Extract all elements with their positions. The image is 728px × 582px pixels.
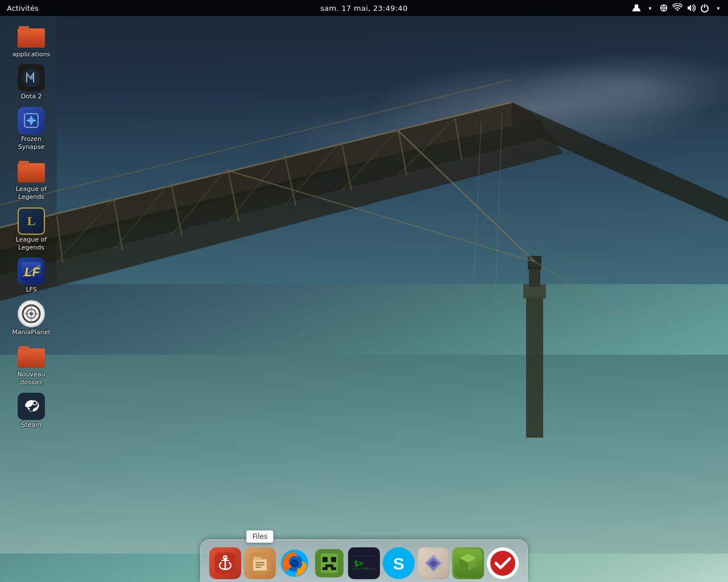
svg-rect-22 (529, 267, 540, 287)
bridge-svg (0, 0, 728, 582)
svg-rect-38 (18, 28, 45, 48)
dock-item-redcheck[interactable] (487, 547, 519, 579)
svg-rect-20 (526, 296, 543, 438)
svg-text:$>_: $>_ (354, 559, 369, 568)
power-icon[interactable] (700, 3, 710, 13)
frozen-synapse-label: Frozen Synapse (9, 135, 53, 152)
svg-rect-65 (255, 562, 264, 563)
nouveau-dossier-icon (18, 342, 45, 369)
frozen-synapse-icon (18, 107, 45, 134)
dropdown-arrow-icon[interactable]: ▾ (645, 3, 655, 13)
files-tooltip: Files (246, 530, 274, 543)
lol-folder-icon (18, 157, 45, 184)
svg-point-41 (30, 76, 33, 80)
wifi-icon[interactable] (672, 3, 682, 13)
dock-item-terminal[interactable]: $>_ (348, 547, 380, 579)
svg-rect-78 (331, 567, 336, 570)
lol-app-icon: L (18, 207, 45, 235)
steam-label: Steam (21, 421, 42, 429)
applications-label: applications (13, 51, 50, 59)
firefox-icon (279, 547, 311, 579)
dock-item-inkscape[interactable] (417, 547, 449, 579)
svg-rect-67 (255, 567, 261, 568)
svg-rect-66 (255, 564, 264, 566)
dock-item-firefox[interactable] (279, 547, 311, 579)
dock-item-minetest[interactable] (452, 547, 484, 579)
svg-rect-45 (18, 163, 45, 182)
nouveau-dossier-label: Nouveau dossier (9, 371, 53, 387)
terminal-icon: $>_ (348, 547, 380, 579)
minetest-icon (452, 547, 484, 579)
lfs-icon: LF (18, 257, 45, 285)
svg-line-26 (535, 261, 626, 318)
dock-item-anchor[interactable] (209, 547, 241, 579)
desktop (0, 0, 728, 582)
desktop-icons: applications Dota 2 Frozen Synapse (3, 20, 60, 433)
power-dropdown-icon[interactable]: ▾ (713, 3, 723, 13)
target-icon[interactable] (659, 3, 669, 13)
topbar: Activités sam. 17 mai, 23:49:40 ▾ (0, 0, 728, 16)
maniaplanet-label: ManiaPlanet (12, 329, 50, 336)
desktop-icon-frozen-synapse[interactable]: Frozen Synapse (6, 105, 57, 154)
applications-folder-icon (18, 22, 45, 49)
maniaplanet-icon (18, 300, 45, 327)
files-icon (244, 547, 276, 579)
svg-rect-76 (325, 564, 333, 567)
person-icon[interactable] (631, 3, 642, 13)
dock-item-files[interactable]: Files (244, 547, 276, 579)
svg-rect-56 (19, 346, 29, 351)
redcheck-icon (487, 547, 519, 579)
activities-button[interactable]: Activités (5, 4, 41, 13)
svg-text:S: S (393, 554, 404, 573)
dock-item-skype[interactable]: S (383, 547, 415, 579)
inkscape-icon (417, 547, 449, 579)
svg-point-71 (292, 561, 297, 566)
svg-point-94 (490, 551, 515, 576)
topbar-datetime: sam. 17 mai, 23:49:40 (320, 4, 408, 13)
dock: Files (200, 539, 528, 582)
svg-marker-27 (512, 102, 728, 222)
volume-icon[interactable] (686, 3, 696, 13)
svg-rect-46 (19, 161, 29, 165)
desktop-icon-lol-app[interactable]: L League of Legends (6, 205, 57, 255)
svg-rect-75 (331, 557, 336, 562)
svg-rect-77 (322, 567, 328, 570)
skype-icon: S (383, 547, 415, 579)
svg-rect-64 (253, 557, 261, 560)
anchor-icon (209, 547, 241, 579)
dock-item-minecraft[interactable] (313, 547, 345, 579)
svg-rect-55 (18, 348, 45, 368)
minecraft-icon (313, 547, 345, 579)
svg-rect-74 (322, 557, 328, 562)
svg-point-32 (663, 7, 665, 9)
desktop-icon-dota2[interactable]: Dota 2 (6, 62, 57, 103)
topbar-left: Activités (5, 4, 41, 13)
desktop-icon-lfs[interactable]: LF LFS (6, 255, 57, 296)
lfs-label: LFS (26, 286, 36, 294)
topbar-right: ▾ (631, 3, 723, 13)
steam-icon (18, 393, 45, 420)
lol-folder-label: League of Legends (9, 185, 53, 202)
desktop-icon-applications[interactable]: applications (6, 20, 57, 61)
desktop-icon-lol-folder[interactable]: League of Legends (6, 155, 57, 204)
desktop-icon-maniaplanet[interactable]: ManiaPlanet (6, 298, 57, 339)
dota2-label: Dota 2 (21, 93, 42, 101)
desktop-icon-steam[interactable]: Steam (6, 390, 57, 431)
dota2-icon (18, 64, 45, 92)
desktop-icon-nouveau-dossier[interactable]: Nouveau dossier (6, 340, 57, 389)
svg-rect-39 (19, 26, 29, 31)
lol-app-label: League of Legends (9, 236, 53, 252)
